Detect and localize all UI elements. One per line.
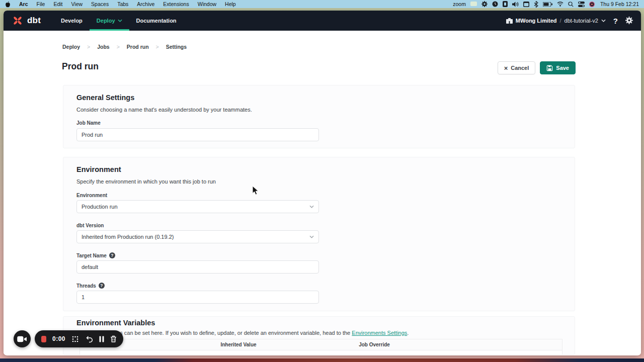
- recording-timer: 0:00: [52, 335, 65, 342]
- env-vars-table: Inherited Value Job Override: [79, 339, 562, 355]
- chevron-down-icon: [601, 19, 606, 22]
- env-vars-description: Job level overrides can be set here. If …: [76, 330, 409, 336]
- menubar-item-help[interactable]: Help: [225, 1, 236, 7]
- environment-section: Environment Specify the environment in w…: [63, 157, 575, 311]
- environment-label: Environment: [76, 193, 107, 198]
- organization-icon: [506, 18, 513, 24]
- save-button[interactable]: Save: [540, 61, 576, 74]
- menubar-item-view[interactable]: View: [71, 1, 83, 7]
- help-icon[interactable]: ?: [99, 283, 105, 289]
- job-name-label: Job Name: [76, 120, 101, 126]
- nav-item-documentation[interactable]: Documentation: [129, 11, 184, 31]
- control-center-icon[interactable]: [578, 2, 585, 7]
- account-switcher[interactable]: MWong Limited / dbt-tutorial-v2: [506, 18, 606, 24]
- target-name-input[interactable]: [76, 260, 319, 274]
- breadcrumb-prod-run[interactable]: Prod run: [127, 44, 149, 50]
- dbt-navbar: dbt Develop Deploy Documentation MWong L…: [4, 11, 641, 31]
- pause-recording-icon[interactable]: [99, 336, 104, 342]
- dbt-logo-icon: [12, 15, 24, 27]
- menubar-item-window[interactable]: Window: [198, 1, 216, 7]
- target-name-label: Target Name ?: [76, 252, 115, 258]
- zoom-menu-label[interactable]: zoom: [453, 1, 466, 7]
- column-header-inherited-value: Inherited Value: [176, 342, 301, 347]
- camera-bubble-button[interactable]: [14, 330, 31, 347]
- nav-item-deploy[interactable]: Deploy: [90, 11, 129, 31]
- effects-grid-icon[interactable]: [71, 335, 79, 343]
- environment-select[interactable]: Production run: [76, 200, 319, 213]
- nav-item-develop[interactable]: Develop: [54, 11, 90, 31]
- screen-recording-indicator[interactable]: [589, 2, 595, 7]
- dbt-logo[interactable]: dbt: [12, 15, 41, 27]
- job-settings-page: Deploy > Jobs > Prod run > Settings Prod…: [4, 31, 641, 355]
- menubar-item-extensions[interactable]: Extensions: [163, 1, 189, 7]
- dbt-logo-text: dbt: [27, 16, 41, 26]
- breadcrumb-settings: Settings: [166, 44, 187, 50]
- close-icon: ×: [504, 64, 508, 72]
- menubar-item-edit[interactable]: Edit: [53, 1, 62, 7]
- threads-label: Threads ?: [76, 283, 105, 289]
- help-menu-button[interactable]: ?: [613, 17, 618, 25]
- stop-recording-button[interactable]: [41, 336, 46, 342]
- breadcrumb-separator: >: [156, 44, 159, 50]
- section-subtitle-general: Consider choosing a name that's easily u…: [76, 107, 252, 113]
- breadcrumb: Deploy > Jobs > Prod run > Settings: [62, 44, 187, 50]
- recording-toolbar: 0:00: [35, 330, 123, 347]
- volume-icon[interactable]: [512, 2, 519, 7]
- dbt-version-select[interactable]: Inherited from Production run (0.19.2): [76, 230, 319, 243]
- chevron-down-icon: [309, 205, 314, 208]
- browser-window: dbt Develop Deploy Documentation MWong L…: [4, 11, 641, 355]
- desktop-wallpaper-strip: [0, 358, 644, 362]
- environment-variables-section: Environment Variables Job level override…: [63, 316, 575, 355]
- restart-recording-icon[interactable]: [85, 335, 93, 343]
- breadcrumb-separator: >: [117, 44, 120, 50]
- general-settings-section: General Settings Consider choosing a nam…: [63, 85, 575, 148]
- breadcrumb-deploy[interactable]: Deploy: [62, 44, 80, 50]
- desktop-background: Arc File Edit View Spaces Tabs Archive E…: [0, 0, 644, 362]
- save-icon: [546, 65, 553, 71]
- menubar-item-file[interactable]: File: [37, 1, 45, 7]
- env-vars-table-header: Inherited Value Job Override: [80, 339, 562, 350]
- menubar-item-tabs[interactable]: Tabs: [117, 1, 128, 7]
- account-name: MWong Limited: [516, 18, 557, 24]
- apple-icon[interactable]: [5, 1, 11, 8]
- battery-icon[interactable]: [543, 2, 552, 7]
- section-subtitle-environment: Specify the environment in which you wan…: [76, 178, 216, 185]
- gear-menu-icon[interactable]: [481, 1, 488, 7]
- breadcrumb-jobs[interactable]: Jobs: [97, 44, 110, 50]
- menubar-item-spaces[interactable]: Spaces: [91, 1, 109, 7]
- chevron-down-icon: [309, 235, 314, 238]
- menubar-app-name[interactable]: Arc: [19, 1, 28, 7]
- settings-gear-icon[interactable]: [625, 17, 633, 25]
- section-title-env-vars: Environment Variables: [76, 319, 155, 327]
- cancel-button[interactable]: × Cancel: [498, 61, 536, 74]
- job-name-input[interactable]: [76, 128, 319, 141]
- section-title-environment: Environment: [76, 165, 121, 173]
- search-icon[interactable]: [568, 2, 574, 7]
- environments-settings-link[interactable]: Environments Settings: [352, 330, 407, 336]
- clock-app-icon[interactable]: [492, 1, 498, 7]
- section-title-general: General Settings: [76, 94, 134, 102]
- bluetooth-icon[interactable]: [534, 1, 538, 8]
- macos-menu-bar: Arc File Edit View Spaces Tabs Archive E…: [0, 0, 644, 8]
- account-path-separator: /: [560, 18, 561, 24]
- page-title: Prod run: [62, 61, 99, 72]
- breadcrumb-separator: >: [87, 44, 90, 50]
- threads-input[interactable]: [76, 291, 319, 304]
- menubar-item-archive[interactable]: Archive: [137, 1, 154, 7]
- calendar-icon[interactable]: [523, 2, 529, 7]
- dbt-version-label: dbt Version: [76, 223, 104, 228]
- video-camera-icon: [17, 336, 27, 342]
- table-row: [80, 350, 562, 355]
- column-header-job-override: Job Override: [301, 342, 447, 347]
- project-name: dbt-tutorial-v2: [565, 18, 598, 24]
- wifi-icon[interactable]: [557, 2, 564, 7]
- delete-recording-icon[interactable]: [110, 335, 117, 342]
- menu-app-icon[interactable]: [503, 1, 508, 7]
- chevron-down-icon: [118, 19, 122, 22]
- screen-mirroring-icon[interactable]: [470, 2, 477, 7]
- help-icon[interactable]: ?: [109, 252, 115, 258]
- menubar-clock[interactable]: Thu 9 Feb 12:21: [600, 1, 639, 7]
